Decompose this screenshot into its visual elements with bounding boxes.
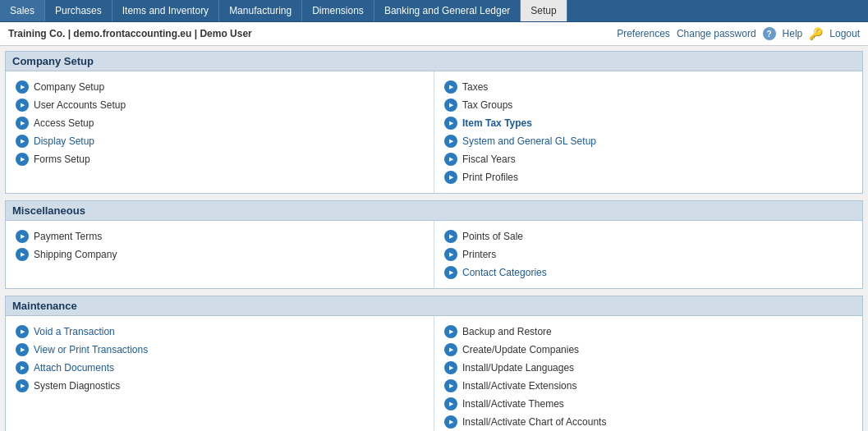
list-item: System Diagnostics: [16, 377, 424, 395]
arrow-icon: [444, 153, 457, 166]
arrow-icon: [444, 80, 457, 94]
arrow-icon: [444, 248, 457, 261]
preferences-link[interactable]: Preferences: [617, 28, 670, 39]
company-setup-right: Taxes Tax Groups Item Tax Types System a…: [434, 71, 862, 193]
install-update-languages-item: Install/Update Languages: [462, 362, 574, 374]
nav-tab-manufacturing[interactable]: Manufacturing: [219, 0, 302, 21]
attach-documents-link[interactable]: Attach Documents: [34, 362, 114, 374]
install-activate-themes-item: Install/Activate Themes: [462, 398, 564, 410]
arrow-icon: [16, 230, 29, 243]
arrow-icon: [444, 379, 457, 392]
help-circle-icon: ?: [763, 27, 776, 40]
arrow-icon: [16, 135, 29, 148]
system-diagnostics-item: System Diagnostics: [34, 380, 120, 392]
arrow-icon: [444, 135, 457, 148]
logout-link[interactable]: Logout: [829, 28, 860, 39]
install-activate-coa-item: Install/Activate Chart of Accounts: [462, 416, 606, 428]
nav-tab-purchases[interactable]: Purchases: [45, 0, 113, 21]
arrow-icon: [444, 99, 457, 112]
company-setup-title: Company Setup: [6, 52, 862, 71]
list-item: Points of Sale: [444, 227, 852, 245]
maintenance-left: Void a Transaction View or Print Transac…: [6, 316, 434, 431]
arrow-icon: [16, 99, 29, 112]
top-navigation: Sales Purchases Items and Inventory Manu…: [0, 0, 868, 22]
list-item: Forms Setup: [16, 150, 424, 168]
list-item: Print Profiles: [444, 168, 852, 186]
nav-tab-setup[interactable]: Setup: [521, 0, 567, 21]
site-info: Training Co. | demo.frontaccounting.eu |…: [8, 28, 252, 39]
arrow-icon: [16, 343, 29, 356]
arrow-icon: [16, 80, 29, 94]
list-item: System and General GL Setup: [444, 132, 852, 150]
list-item: Shipping Company: [16, 245, 424, 264]
forms-setup-item: Forms Setup: [34, 154, 90, 165]
company-setup-section: Company Setup Company Setup User Account…: [5, 51, 863, 194]
system-gl-setup-link[interactable]: System and General GL Setup: [462, 135, 596, 147]
nav-tab-dimensions[interactable]: Dimensions: [302, 0, 374, 21]
arrow-icon: [444, 415, 457, 429]
fiscal-years-item: Fiscal Years: [462, 154, 516, 165]
miscellaneous-section: Miscellaneous Payment Terms Shipping Com…: [5, 200, 863, 289]
arrow-icon: [16, 248, 29, 261]
arrow-icon: [444, 117, 457, 130]
list-item: Item Tax Types: [444, 114, 852, 132]
miscellaneous-body: Payment Terms Shipping Company Points of…: [6, 221, 862, 288]
company-setup-left: Company Setup User Accounts Setup Access…: [6, 71, 434, 193]
list-item: Install/Activate Themes: [444, 395, 852, 413]
header-bar: Training Co. | demo.frontaccounting.eu |…: [0, 22, 868, 46]
list-item: Install/Update Languages: [444, 359, 852, 377]
list-item: Company Setup: [16, 78, 424, 96]
change-password-link[interactable]: Change password: [677, 28, 756, 39]
printers-item: Printers: [462, 249, 496, 260]
void-transaction-link[interactable]: Void a Transaction: [34, 326, 115, 337]
tax-groups-item: Tax Groups: [462, 99, 512, 111]
list-item: Create/Update Companies: [444, 341, 852, 359]
view-print-transactions-link[interactable]: View or Print Transactions: [34, 344, 148, 355]
backup-restore-item: Backup and Restore: [462, 326, 552, 337]
maintenance-section: Maintenance Void a Transaction View or P…: [5, 296, 863, 431]
miscellaneous-left: Payment Terms Shipping Company: [6, 221, 434, 288]
create-update-companies-item: Create/Update Companies: [462, 344, 579, 355]
list-item: Taxes: [444, 78, 852, 96]
arrow-icon: [16, 153, 29, 166]
list-item: Contact Categories: [444, 264, 852, 282]
miscellaneous-title: Miscellaneous: [6, 201, 862, 221]
list-item: Printers: [444, 245, 852, 264]
list-item: Attach Documents: [16, 359, 424, 377]
list-item: Access Setup: [16, 114, 424, 132]
list-item: Backup and Restore: [444, 323, 852, 341]
arrow-icon: [444, 397, 457, 410]
nav-tab-items-inventory[interactable]: Items and Inventory: [113, 0, 219, 21]
company-setup-body: Company Setup User Accounts Setup Access…: [6, 71, 862, 193]
arrow-icon: [444, 325, 457, 338]
company-setup-item: Company Setup: [34, 81, 104, 93]
arrow-icon: [16, 325, 29, 338]
help-link[interactable]: Help: [783, 28, 803, 39]
display-setup-link[interactable]: Display Setup: [34, 135, 94, 147]
arrow-icon: [16, 379, 29, 392]
list-item: View or Print Transactions: [16, 341, 424, 359]
access-setup-item: Access Setup: [34, 117, 94, 129]
user-accounts-item: User Accounts Setup: [34, 99, 126, 111]
nav-tab-sales[interactable]: Sales: [0, 0, 45, 21]
list-item: Install/Activate Extensions: [444, 377, 852, 395]
payment-terms-item: Payment Terms: [34, 231, 102, 242]
item-tax-types-link[interactable]: Item Tax Types: [462, 117, 532, 129]
taxes-item: Taxes: [462, 81, 488, 93]
header-links: Preferences Change password ? Help 🔑 Log…: [617, 27, 860, 40]
arrow-icon: [444, 266, 457, 279]
contact-categories-link[interactable]: Contact Categories: [462, 267, 547, 278]
install-activate-extensions-item: Install/Activate Extensions: [462, 380, 576, 392]
maintenance-right: Backup and Restore Create/Update Compani…: [434, 316, 862, 431]
arrow-icon: [444, 230, 457, 243]
maintenance-body: Void a Transaction View or Print Transac…: [6, 316, 862, 431]
arrow-icon: [16, 361, 29, 374]
points-of-sale-item: Points of Sale: [462, 231, 523, 242]
miscellaneous-right: Points of Sale Printers Contact Categori…: [434, 221, 862, 288]
nav-tab-banking-gl[interactable]: Banking and General Ledger: [374, 0, 521, 21]
print-profiles-item: Print Profiles: [462, 172, 518, 183]
maintenance-title: Maintenance: [6, 296, 862, 316]
list-item: Void a Transaction: [16, 323, 424, 341]
list-item: Display Setup: [16, 132, 424, 150]
arrow-icon: [444, 361, 457, 374]
